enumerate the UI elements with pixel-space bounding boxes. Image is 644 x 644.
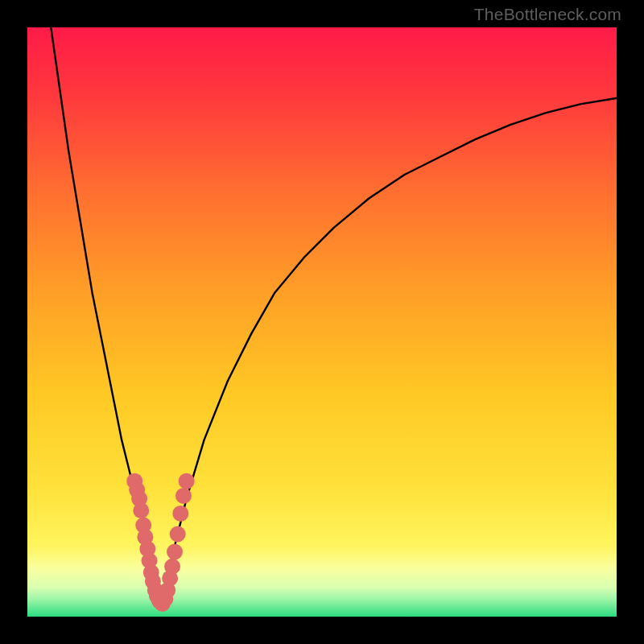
data-marker (175, 488, 192, 504)
data-marker (179, 473, 195, 489)
plot-area (27, 27, 617, 617)
data-marker (170, 526, 186, 543)
chart-curves (27, 27, 617, 617)
data-marker (164, 559, 180, 575)
chart-frame: TheBottleneck.com (0, 0, 644, 644)
series-right-branch (160, 98, 617, 605)
data-marker (172, 506, 188, 522)
watermark-text: TheBottleneck.com (474, 5, 621, 24)
data-marker (133, 502, 149, 518)
data-marker (167, 543, 183, 559)
